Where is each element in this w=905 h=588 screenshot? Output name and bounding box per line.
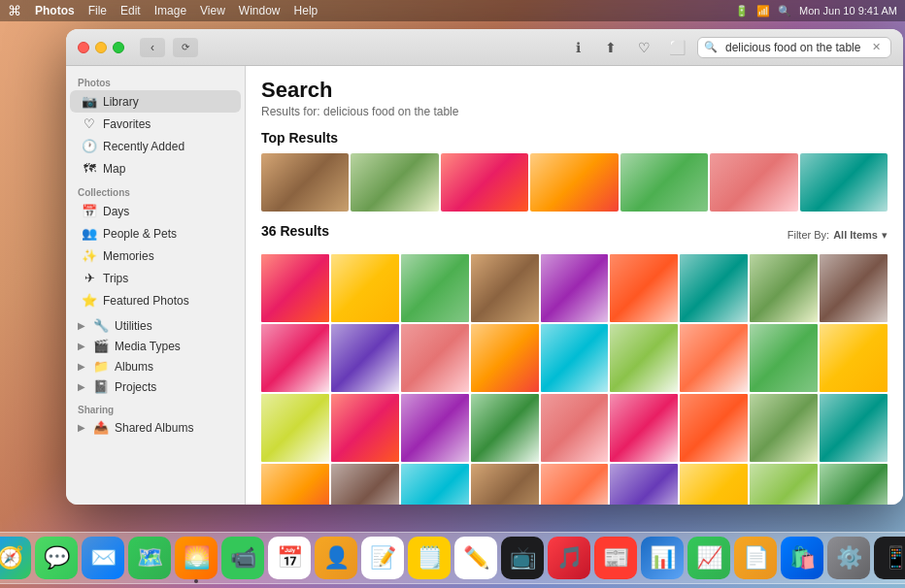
photo-6[interactable]	[610, 254, 678, 322]
photo-30[interactable]	[401, 464, 469, 505]
photo-27[interactable]	[820, 394, 888, 462]
photo-18[interactable]	[820, 324, 888, 392]
photo-11[interactable]	[331, 324, 399, 392]
minimize-button[interactable]	[95, 42, 107, 53]
app-name-menu[interactable]: Photos	[35, 4, 75, 17]
dock-numbers[interactable]: 📈	[687, 537, 730, 579]
photo-7[interactable]	[680, 254, 748, 322]
photo-35[interactable]	[750, 464, 818, 505]
dock-appstore[interactable]: 🛍️	[781, 537, 823, 579]
photo-25[interactable]	[680, 394, 748, 462]
dock-photos[interactable]: 🌅	[175, 537, 218, 579]
top-photo-4[interactable]	[530, 153, 618, 212]
dock-news[interactable]: 📰	[594, 537, 637, 579]
back-button[interactable]: ‹	[140, 38, 165, 57]
sidebar-item-featured-photos[interactable]: ⭐ Featured Photos	[70, 289, 241, 311]
search-input-bar[interactable]: 🔍 delicious food on the table ✕	[697, 37, 891, 58]
help-menu[interactable]: Help	[294, 4, 318, 17]
photo-1[interactable]	[261, 254, 329, 322]
dock-safari[interactable]: 🧭	[0, 537, 31, 579]
photo-16[interactable]	[680, 324, 748, 392]
photo-34[interactable]	[680, 464, 748, 505]
sidebar-item-favorites[interactable]: ♡ Favorites	[70, 113, 241, 135]
sidebar-item-people-pets[interactable]: 👥 People & Pets	[70, 222, 241, 245]
dock-music[interactable]: 🎵	[548, 537, 590, 579]
photo-9[interactable]	[820, 254, 888, 322]
photo-21[interactable]	[401, 394, 469, 462]
dock-pages[interactable]: 📄	[734, 537, 777, 579]
heart-button[interactable]: ♡	[631, 38, 656, 57]
dock-maps[interactable]: 🗺️	[128, 537, 171, 579]
dock-appletv[interactable]: 📺	[501, 537, 544, 579]
sidebar-item-media-types[interactable]: ▶ 🎬 Media Types	[66, 336, 245, 356]
photo-29[interactable]	[331, 464, 399, 505]
top-photo-2[interactable]	[351, 153, 438, 212]
search-icon-menu[interactable]: 🔍	[778, 5, 791, 17]
search-query-text[interactable]: delicious food on the table	[725, 41, 868, 54]
dock-messages[interactable]: 💬	[35, 537, 78, 579]
dock-freeform[interactable]: ✏️	[454, 537, 497, 579]
photo-15[interactable]	[610, 324, 678, 392]
photo-3[interactable]	[401, 254, 469, 322]
sidebar-item-library[interactable]: 📷 Library	[70, 90, 241, 113]
sidebar-item-recently-added[interactable]: 🕐 Recently Added	[70, 135, 241, 157]
rotate-button[interactable]: ⟳	[173, 38, 198, 57]
photo-8[interactable]	[750, 254, 818, 322]
maximize-button[interactable]	[113, 42, 124, 53]
top-photo-6[interactable]	[710, 153, 797, 212]
people-pets-icon: 👥	[82, 226, 97, 241]
sidebar-item-albums[interactable]: ▶ 📁 Albums	[66, 356, 245, 376]
dock-calendar[interactable]: 📅	[268, 537, 311, 579]
photo-36[interactable]	[820, 464, 888, 505]
photo-5[interactable]	[541, 254, 609, 322]
photo-10[interactable]	[261, 324, 329, 392]
photo-22[interactable]	[471, 394, 539, 462]
sidebar-item-days[interactable]: 📅 Days	[70, 200, 241, 222]
dock-contacts[interactable]: 👤	[315, 537, 357, 579]
close-button[interactable]	[78, 42, 89, 53]
edit-menu[interactable]: Edit	[120, 4, 141, 17]
photo-33[interactable]	[610, 464, 678, 505]
window-menu[interactable]: Window	[239, 4, 281, 17]
filter-by-button[interactable]: Filter By: All Items ▾	[788, 229, 888, 242]
photo-31[interactable]	[471, 464, 539, 505]
photo-24[interactable]	[610, 394, 678, 462]
photo-19[interactable]	[261, 394, 329, 462]
dock-iphone-mirroring[interactable]: 📱	[874, 537, 905, 579]
photo-14[interactable]	[541, 324, 609, 392]
share-button[interactable]: ⬆	[598, 38, 623, 57]
top-photo-3[interactable]	[441, 153, 528, 212]
view-menu[interactable]: View	[200, 4, 225, 17]
file-menu[interactable]: File	[88, 4, 107, 17]
sidebar-item-memories[interactable]: ✨ Memories	[70, 245, 241, 267]
dock-keynote[interactable]: 📊	[641, 537, 684, 579]
photo-32[interactable]	[541, 464, 609, 505]
photo-28[interactable]	[261, 464, 329, 505]
top-photo-5[interactable]	[620, 153, 708, 212]
image-menu[interactable]: Image	[154, 4, 186, 17]
sidebar-item-shared-albums[interactable]: ▶ 📤 Shared Albums	[66, 417, 245, 438]
dock-facetime[interactable]: 📹	[221, 537, 264, 579]
search-clear-button[interactable]: ✕	[872, 41, 881, 53]
apple-menu[interactable]: ⌘	[8, 3, 21, 18]
dock-systemprefs[interactable]: ⚙️	[827, 537, 870, 579]
dock-notes[interactable]: 🗒️	[408, 537, 451, 579]
sidebar-item-trips[interactable]: ✈ Trips	[70, 267, 241, 289]
photo-26[interactable]	[750, 394, 818, 462]
dock-reminders[interactable]: 📝	[361, 537, 404, 579]
trash-button[interactable]: ⬜	[664, 38, 689, 57]
photo-4[interactable]	[471, 254, 539, 322]
dock-mail[interactable]: ✉️	[82, 537, 124, 579]
top-photo-1[interactable]	[261, 153, 349, 212]
info-button[interactable]: ℹ	[565, 38, 590, 57]
top-photo-7[interactable]	[800, 153, 888, 212]
sidebar-item-projects[interactable]: ▶ 📓 Projects	[66, 376, 245, 397]
sidebar-item-utilities[interactable]: ▶ 🔧 Utilities	[66, 315, 245, 336]
sidebar-item-map[interactable]: 🗺 Map	[70, 157, 241, 180]
photo-17[interactable]	[750, 324, 818, 392]
photo-13[interactable]	[471, 324, 539, 392]
photo-23[interactable]	[541, 394, 609, 462]
photo-20[interactable]	[331, 394, 399, 462]
photo-12[interactable]	[401, 324, 469, 392]
photo-2[interactable]	[331, 254, 399, 322]
